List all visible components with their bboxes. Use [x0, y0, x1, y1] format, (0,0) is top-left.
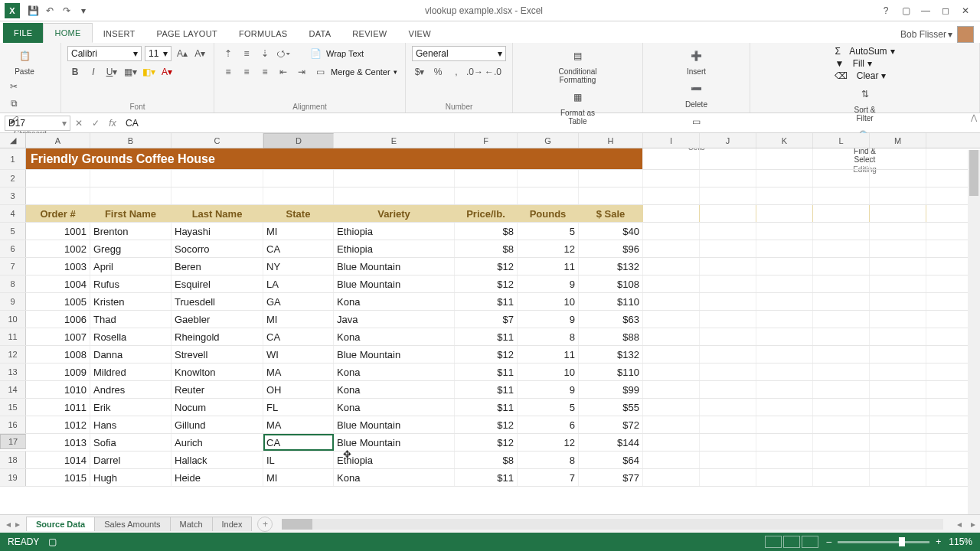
cell[interactable]: [756, 469, 813, 486]
cell[interactable]: Kona: [334, 381, 455, 398]
cell[interactable]: Mildred: [90, 364, 172, 380]
cell[interactable]: [700, 364, 756, 380]
minimize-icon[interactable]: —: [916, 3, 936, 18]
cell[interactable]: $110: [579, 293, 643, 310]
cell[interactable]: Rheingold: [172, 328, 263, 345]
fx-icon[interactable]: fx: [104, 118, 121, 129]
vertical-scrollbar[interactable]: [968, 150, 980, 514]
cell[interactable]: 7: [518, 469, 579, 486]
cell[interactable]: [518, 187, 579, 204]
column-header-C[interactable]: C: [172, 133, 263, 148]
cell[interactable]: Gaebler: [172, 311, 263, 328]
cell[interactable]: WI: [263, 346, 334, 363]
cell[interactable]: 1004: [26, 276, 90, 292]
cell[interactable]: [756, 381, 813, 398]
cell[interactable]: [813, 187, 870, 204]
cell[interactable]: [813, 205, 870, 222]
cell[interactable]: [813, 381, 870, 398]
cell[interactable]: [700, 240, 756, 257]
page-layout-view-icon[interactable]: [783, 536, 800, 548]
row-header[interactable]: 8: [0, 276, 26, 292]
sheet-nav-last-icon[interactable]: ▸: [15, 519, 20, 530]
clear-button[interactable]: ⌫ Clear▾: [835, 70, 894, 81]
cell[interactable]: [700, 469, 756, 486]
cell[interactable]: 1011: [26, 399, 90, 416]
cell[interactable]: [643, 276, 700, 292]
close-icon[interactable]: ✕: [956, 3, 975, 18]
cell[interactable]: $7: [455, 311, 518, 328]
percent-icon[interactable]: %: [430, 64, 446, 80]
bold-icon[interactable]: B: [67, 64, 83, 80]
cell[interactable]: [643, 452, 700, 468]
tab-file[interactable]: FILE: [3, 23, 43, 43]
fill-button[interactable]: ▼ Fill▾: [835, 58, 894, 69]
border-icon[interactable]: ▦▾: [122, 64, 138, 80]
cell[interactable]: [643, 148, 700, 169]
macro-record-icon[interactable]: ▢: [48, 536, 57, 547]
cell[interactable]: [518, 170, 579, 187]
sheet-tab[interactable]: Index: [212, 517, 253, 531]
cell[interactable]: 11: [518, 346, 579, 363]
cell[interactable]: [700, 328, 756, 345]
add-sheet-button[interactable]: +: [257, 517, 273, 532]
cell[interactable]: $12: [455, 258, 518, 275]
row-header[interactable]: 19: [0, 469, 26, 486]
row-header[interactable]: 12: [0, 346, 26, 363]
cell[interactable]: MI: [263, 223, 334, 240]
cell[interactable]: [870, 311, 926, 328]
cell[interactable]: Nocum: [172, 399, 263, 416]
column-header-E[interactable]: E: [334, 133, 455, 148]
cell[interactable]: $ Sale: [579, 205, 643, 222]
cell[interactable]: CA: [263, 434, 334, 451]
cell[interactable]: Pounds: [518, 205, 579, 222]
cell[interactable]: [870, 187, 926, 204]
column-header-F[interactable]: F: [455, 133, 518, 148]
cell[interactable]: 1002: [26, 240, 90, 257]
row-header[interactable]: 17: [0, 434, 26, 449]
cell[interactable]: [813, 328, 870, 345]
cell[interactable]: Gillund: [172, 416, 263, 433]
spreadsheet-grid[interactable]: ◢ ABCDEFGHIJKLM 1Friendly Grounds Coffee…: [0, 133, 980, 487]
cell[interactable]: [643, 170, 700, 187]
cell[interactable]: [870, 258, 926, 275]
cell[interactable]: [870, 148, 926, 169]
cell[interactable]: [756, 328, 813, 345]
qat-customize-icon[interactable]: ▾: [76, 3, 91, 18]
cell[interactable]: 11: [518, 258, 579, 275]
cell[interactable]: $77: [579, 469, 643, 486]
cell[interactable]: [813, 311, 870, 328]
cell[interactable]: 1015: [26, 469, 90, 486]
cell[interactable]: [90, 170, 172, 187]
redo-icon[interactable]: ↷: [59, 3, 74, 18]
cell[interactable]: 10: [518, 364, 579, 380]
cell[interactable]: [643, 346, 700, 363]
row-header[interactable]: 9: [0, 293, 26, 310]
conditional-formatting-button[interactable]: ▤Conditional Formatting: [560, 46, 596, 84]
cell[interactable]: [870, 434, 926, 451]
insert-button[interactable]: ➕Insert: [678, 46, 715, 76]
cell[interactable]: [334, 187, 455, 204]
cell[interactable]: $12: [455, 434, 518, 451]
cell[interactable]: Kristen: [90, 293, 172, 310]
cell[interactable]: [334, 170, 455, 187]
font-size-select[interactable]: 11▾: [145, 46, 172, 61]
cell[interactable]: [643, 187, 700, 204]
cell[interactable]: [813, 223, 870, 240]
cell[interactable]: [756, 434, 813, 451]
align-top-icon[interactable]: ⇡: [220, 46, 236, 61]
cell[interactable]: [756, 187, 813, 204]
cell[interactable]: [870, 346, 926, 363]
tab-review[interactable]: REVIEW: [341, 24, 397, 43]
cell[interactable]: [700, 187, 756, 204]
cell[interactable]: 1005: [26, 293, 90, 310]
cell[interactable]: Danna: [90, 346, 172, 363]
cell[interactable]: 1003: [26, 258, 90, 275]
sheet-tab[interactable]: Match: [170, 517, 213, 531]
save-icon[interactable]: 💾: [25, 3, 41, 18]
tab-formulas[interactable]: FORMULAS: [228, 24, 299, 43]
row-header[interactable]: 4: [0, 205, 26, 222]
cell[interactable]: MI: [263, 469, 334, 486]
cell[interactable]: [700, 170, 756, 187]
cell[interactable]: Truesdell: [172, 293, 263, 310]
increase-indent-icon[interactable]: ⇥: [294, 64, 309, 80]
